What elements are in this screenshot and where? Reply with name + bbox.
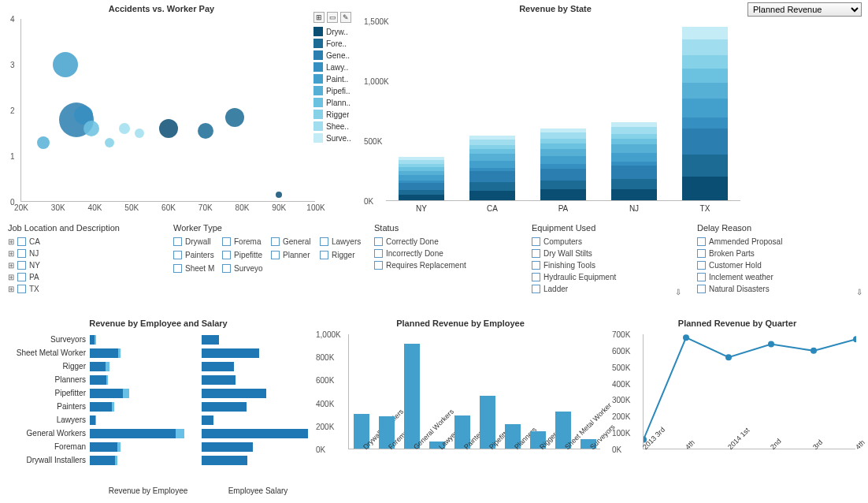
salary-bar[interactable] [202, 429, 308, 438]
filter-item[interactable]: Ladder [532, 283, 681, 295]
stacked-bar[interactable] [469, 136, 515, 200]
checkbox[interactable] [271, 237, 280, 246]
scatter-point[interactable] [135, 129, 144, 138]
checkbox[interactable] [222, 237, 231, 246]
checkbox[interactable] [697, 249, 706, 258]
filter-item[interactable]: Lawyers [320, 236, 369, 248]
filter-item[interactable]: General [271, 236, 320, 248]
filter-item[interactable]: Drywall [173, 236, 222, 248]
checkbox[interactable] [532, 285, 540, 293]
filter-item[interactable]: ⊞CA [8, 236, 165, 248]
filter-item[interactable]: Incorrectly Done [374, 248, 524, 259]
filter-item[interactable]: Planner [271, 249, 320, 261]
stacked-bar[interactable] [540, 129, 586, 200]
line-point[interactable] [725, 354, 732, 360]
checkbox[interactable] [222, 264, 231, 273]
expand-icon[interactable]: ⊞ [8, 261, 14, 270]
line-point[interactable] [683, 334, 689, 341]
revenue-bar[interactable] [90, 335, 200, 345]
filter-item[interactable]: Painters [173, 249, 222, 261]
filter-item[interactable]: Requires Replacement [374, 259, 524, 271]
checkbox[interactable] [320, 251, 328, 259]
stacked-bar[interactable] [611, 122, 657, 200]
checkbox[interactable] [17, 285, 26, 293]
salary-bar[interactable] [202, 362, 308, 371]
revenue-bar[interactable] [90, 442, 200, 452]
scatter-point[interactable] [37, 136, 50, 149]
filter-item[interactable]: Forema [222, 236, 271, 248]
revenue-bar[interactable] [90, 456, 200, 465]
bar[interactable] [404, 344, 420, 449]
scroll-down-icon[interactable]: ⇩ [675, 288, 681, 296]
legend-edit-icon[interactable]: ✎ [340, 12, 351, 23]
salary-bar[interactable] [202, 375, 308, 385]
checkbox[interactable] [697, 237, 706, 246]
salary-bar[interactable] [202, 335, 308, 345]
checkbox[interactable] [17, 261, 26, 270]
filter-item[interactable]: ⊞TX [8, 283, 165, 295]
filter-item[interactable]: Inclement weather [697, 271, 862, 283]
checkbox[interactable] [697, 273, 706, 281]
salary-bar[interactable] [202, 442, 308, 452]
filter-item[interactable]: Broken Parts [697, 248, 862, 259]
filter-item[interactable]: Hydraulic Equipment [532, 271, 681, 283]
checkbox[interactable] [173, 237, 182, 246]
measure-select[interactable]: Planned Revenue [747, 2, 862, 17]
checkbox[interactable] [17, 249, 26, 258]
scatter-point[interactable] [225, 108, 244, 127]
filter-item[interactable]: ⊞NY [8, 259, 165, 271]
filter-item[interactable]: ⊞PA [8, 271, 165, 283]
scatter-point[interactable] [105, 138, 114, 147]
checkbox[interactable] [532, 237, 540, 246]
stacked-bar[interactable] [399, 157, 444, 200]
revenue-bar[interactable] [90, 429, 200, 438]
salary-bar[interactable] [202, 389, 308, 398]
filter-item[interactable]: Customer Hold [697, 259, 862, 271]
stacked-bar[interactable] [682, 27, 728, 200]
filter-item[interactable]: Pipefitte [222, 249, 271, 261]
scatter-point[interactable] [119, 123, 130, 134]
scatter-point[interactable] [159, 119, 178, 138]
scatter-point[interactable] [276, 192, 282, 198]
checkbox[interactable] [320, 237, 328, 246]
filter-item[interactable]: Surveyo [222, 263, 271, 274]
filter-item[interactable]: Computers [532, 236, 681, 248]
filter-item[interactable]: ⊞NJ [8, 248, 165, 259]
salary-bar[interactable] [202, 348, 308, 358]
checkbox[interactable] [17, 273, 26, 281]
filter-item[interactable]: Natural Disasters [697, 283, 862, 295]
salary-bar[interactable] [202, 415, 308, 425]
filter-item[interactable]: Correctly Done [374, 236, 524, 248]
filter-item[interactable]: Sheet M [173, 263, 222, 274]
checkbox[interactable] [374, 249, 383, 258]
line-point[interactable] [768, 341, 774, 348]
filter-item[interactable]: Finishing Tools [532, 259, 681, 271]
revenue-bar[interactable] [90, 389, 200, 398]
expand-icon[interactable]: ⊞ [8, 273, 14, 281]
checkbox[interactable] [532, 261, 540, 270]
salary-bar[interactable] [202, 402, 308, 412]
scatter-point[interactable] [53, 52, 78, 77]
revenue-bar[interactable] [90, 348, 200, 358]
expand-icon[interactable]: ⊞ [8, 237, 14, 246]
legend-grid-icon[interactable]: ⊞ [313, 12, 325, 23]
scroll-down-icon[interactable]: ⇩ [856, 288, 862, 296]
expand-icon[interactable]: ⊞ [8, 285, 14, 293]
checkbox[interactable] [271, 251, 280, 259]
checkbox[interactable] [697, 285, 706, 293]
checkbox[interactable] [173, 264, 182, 273]
revenue-bar[interactable] [90, 362, 200, 371]
checkbox[interactable] [532, 273, 540, 281]
revenue-bar[interactable] [90, 402, 200, 412]
revenue-bar[interactable] [90, 375, 200, 385]
expand-icon[interactable]: ⊞ [8, 249, 14, 258]
checkbox[interactable] [374, 237, 383, 246]
checkbox[interactable] [17, 237, 26, 246]
scatter-point[interactable] [83, 121, 99, 136]
salary-bar[interactable] [202, 456, 308, 465]
measure-select-dropdown[interactable]: Planned Revenue [747, 2, 862, 17]
filter-item[interactable]: Ammended Proposal [697, 236, 862, 248]
line-point[interactable] [853, 336, 856, 342]
scatter-point[interactable] [198, 123, 213, 139]
checkbox[interactable] [374, 261, 383, 270]
